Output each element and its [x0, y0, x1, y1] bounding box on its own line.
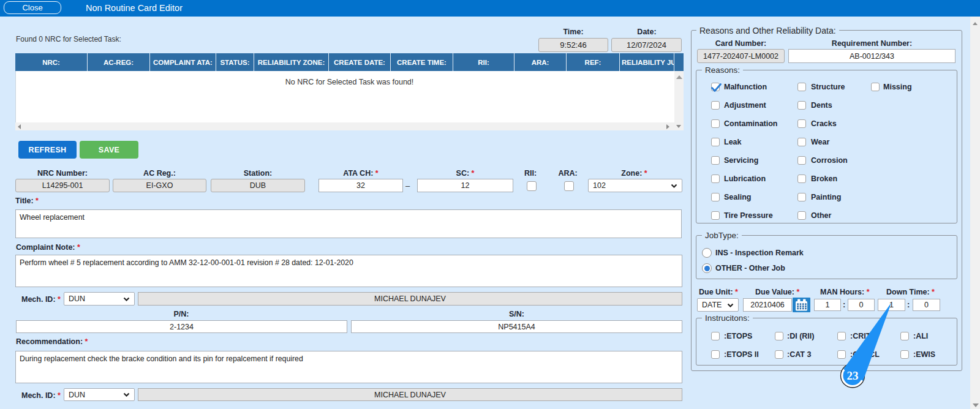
svg-text:23: 23	[847, 369, 859, 382]
